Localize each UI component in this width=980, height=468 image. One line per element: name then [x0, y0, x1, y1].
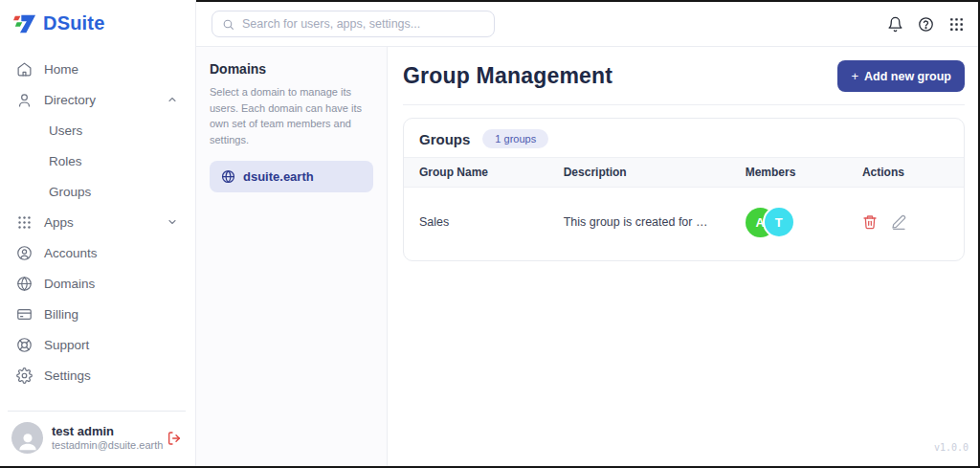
app-window: DSuite Home Directory Users [0, 0, 980, 468]
column-header-group-name: Group Name [404, 158, 548, 188]
sidebar-item-label: Domains [44, 277, 95, 291]
sidebar-item-label: Accounts [44, 246, 98, 260]
sidebar-item-home[interactable]: Home [0, 54, 195, 84]
avatar [11, 422, 43, 454]
user-email: testadmin@dsuite.earth [52, 439, 158, 453]
sidebar-item-label: Support [44, 338, 89, 352]
topbar [196, 2, 978, 47]
sidebar-item-label: Roles [49, 154, 82, 168]
sidebar-item-accounts[interactable]: Accounts [0, 237, 195, 268]
sidebar-item-support[interactable]: Support [0, 329, 195, 360]
group-actions-cell [847, 188, 964, 261]
page-title: Group Management [403, 63, 612, 89]
brand-name: DSuite [43, 12, 105, 34]
groups-card: Groups 1 groups Group Name Description M… [403, 118, 965, 261]
edit-group-icon[interactable] [891, 214, 906, 230]
circle-user-icon [15, 244, 33, 261]
search-icon [222, 18, 234, 31]
column-header-actions: Actions [847, 158, 964, 188]
main-header: Group Management + Add new group [403, 60, 965, 105]
groups-card-header: Groups 1 groups [404, 119, 964, 157]
sidebar: DSuite Home Directory Users [0, 0, 196, 466]
person-icon [15, 91, 33, 108]
apps-grid-icon [15, 213, 33, 231]
sidebar-item-billing[interactable]: Billing [0, 299, 195, 329]
group-name-cell: Sales [404, 188, 548, 261]
domains-panel-description: Select a domain to manage its users. Eac… [210, 84, 373, 147]
brand-logo[interactable]: DSuite [0, 0, 195, 44]
domains-panel-title: Domains [210, 61, 373, 77]
sidebar-item-apps[interactable]: Apps [0, 207, 195, 237]
bell-icon[interactable] [887, 16, 903, 33]
chevron-down-icon[interactable] [167, 216, 178, 228]
plus-icon: + [851, 69, 858, 83]
domain-name: dsuite.earth [243, 169, 314, 184]
globe-icon [221, 169, 235, 184]
table-header-row: Group Name Description Members Actions [404, 158, 964, 188]
version-label: v1.0.0 [934, 442, 969, 453]
group-description-cell: This group is created for Sales De... [548, 188, 730, 261]
sidebar-item-domains[interactable]: Domains [0, 268, 195, 299]
user-name: test admin [52, 424, 158, 439]
column-header-description: Description [548, 158, 730, 188]
sidebar-item-label: Billing [44, 307, 78, 322]
groups-count-badge: 1 groups [482, 129, 548, 148]
gear-icon [15, 367, 33, 384]
sidebar-nav: Home Directory Users Roles Groups [0, 44, 195, 390]
sidebar-item-settings[interactable]: Settings [0, 360, 195, 390]
topbar-icons [887, 16, 965, 33]
main-panel: Group Management + Add new group Groups … [388, 47, 978, 466]
credit-card-icon [15, 305, 33, 323]
sidebar-footer: test admin testadmin@dsuite.earth [0, 411, 195, 466]
groups-card-title: Groups [419, 131, 470, 147]
home-icon [15, 60, 33, 78]
logout-icon[interactable] [167, 431, 182, 446]
add-new-group-button[interactable]: + Add new group [837, 60, 965, 92]
add-new-group-label: Add new group [864, 70, 951, 83]
search-input[interactable] [242, 17, 484, 31]
member-avatar[interactable]: T [763, 206, 795, 238]
table-row: Sales This group is created for Sales De… [404, 188, 964, 261]
sidebar-item-users[interactable]: Users [0, 115, 195, 145]
sidebar-item-directory[interactable]: Directory [0, 84, 195, 115]
sidebar-item-groups[interactable]: Groups [0, 176, 195, 207]
life-buoy-icon [15, 336, 33, 353]
sidebar-item-label: Directory [44, 93, 96, 107]
sidebar-item-label: Users [49, 123, 82, 138]
content-area: Domains Select a domain to manage its us… [196, 0, 978, 466]
sidebar-item-label: Settings [44, 368, 91, 383]
sidebar-item-label: Groups [49, 185, 91, 199]
help-icon[interactable] [918, 16, 934, 33]
search-box[interactable] [212, 11, 495, 37]
user-profile[interactable]: test admin testadmin@dsuite.earth [0, 412, 195, 466]
chevron-up-icon[interactable] [167, 94, 178, 105]
globe-icon [15, 275, 33, 292]
brand-logo-icon [13, 13, 36, 34]
sidebar-item-label: Home [44, 62, 78, 77]
app-launcher-icon[interactable] [948, 16, 965, 33]
groups-table: Group Name Description Members Actions S… [404, 157, 964, 260]
sidebar-item-roles[interactable]: Roles [0, 145, 195, 176]
user-meta: test admin testadmin@dsuite.earth [52, 424, 158, 453]
sidebar-item-label: Apps [44, 215, 74, 230]
content-body: Domains Select a domain to manage its us… [196, 47, 978, 466]
column-header-members: Members [730, 158, 847, 188]
delete-group-icon[interactable] [862, 214, 878, 230]
group-members-cell: A T [730, 188, 847, 261]
domain-item-dsuite-earth[interactable]: dsuite.earth [210, 161, 373, 192]
domains-panel: Domains Select a domain to manage its us… [196, 47, 388, 466]
